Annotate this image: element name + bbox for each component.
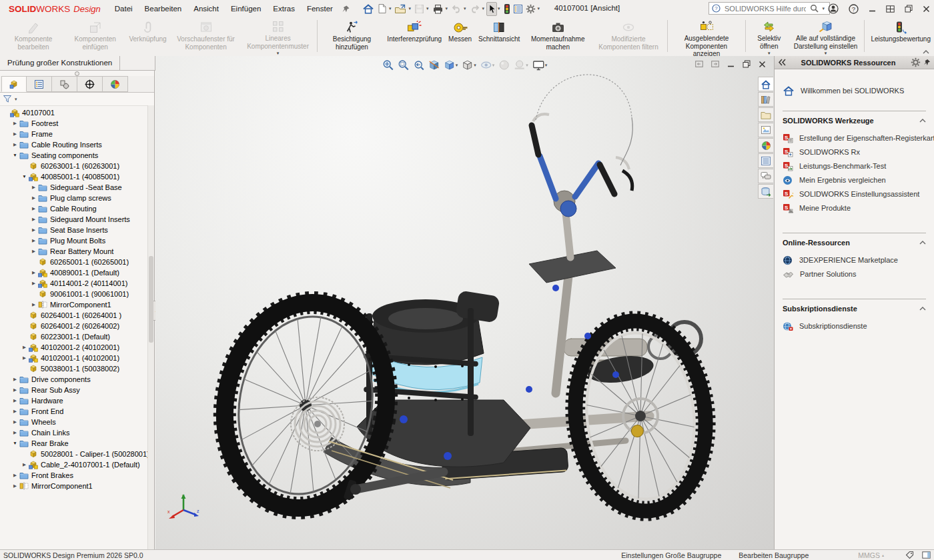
new-document-caret[interactable]: ▾ bbox=[389, 6, 392, 11]
configurationmanager-tab[interactable] bbox=[52, 76, 77, 92]
tree-row[interactable]: 60264001-1 (60264001 ) bbox=[0, 310, 148, 321]
tree-expand-arrow[interactable]: ▶ bbox=[21, 353, 28, 363]
home-tab-tab[interactable] bbox=[758, 77, 773, 91]
home-button[interactable] bbox=[361, 1, 376, 16]
taskpane-link[interactable]: SMeine Produkte bbox=[783, 201, 926, 215]
welcome-link[interactable]: Willkommen bei SOLIDWORKS bbox=[783, 85, 926, 96]
tree-row[interactable]: ▶Front Brakes bbox=[0, 470, 148, 481]
pin-toolbar-icon[interactable] bbox=[342, 5, 350, 13]
dropdown-caret[interactable]: ▾ bbox=[825, 51, 827, 56]
zoom-to-area-button[interactable] bbox=[397, 59, 410, 71]
section-header-solidworks-werkzeuge[interactable]: SOLIDWORKS Werkzeuge bbox=[783, 117, 926, 125]
tree-expand-arrow[interactable]: ▶ bbox=[30, 203, 37, 214]
dropdown-caret[interactable]: ▾ bbox=[545, 63, 548, 68]
doc-pane-left-icon[interactable] bbox=[695, 61, 703, 67]
panel-splitter-grip[interactable] bbox=[0, 71, 154, 76]
tree-row[interactable]: 60263001-1 (60263001) bbox=[0, 161, 148, 171]
ribbon-interferenzprüfung-button[interactable]: Interferenzprüfung bbox=[384, 17, 445, 55]
tree-expand-arrow[interactable]: ▶ bbox=[11, 470, 19, 481]
dimxpert-tab[interactable] bbox=[77, 76, 103, 92]
chevron-up-icon[interactable] bbox=[919, 119, 926, 123]
display-style-button[interactable]: ▾ bbox=[461, 59, 477, 71]
restore-icon[interactable] bbox=[905, 5, 913, 13]
tree-row[interactable]: ▶Footrest bbox=[0, 118, 148, 129]
dropdown-caret[interactable]: ▾ bbox=[456, 63, 458, 68]
tree-expand-arrow[interactable]: ▶ bbox=[11, 139, 19, 150]
search-dropdown-caret[interactable]: ▾ bbox=[822, 6, 825, 11]
ribbon-ausgeblendete-komponenten-anzeigen-button[interactable]: Ausgeblendete Komponenten anzeigen bbox=[670, 17, 743, 55]
tree-expand-arrow[interactable]: ▶ bbox=[11, 427, 19, 438]
tree-expand-arrow[interactable]: ▶ bbox=[30, 278, 37, 289]
menu-einfgen[interactable]: Einfügen bbox=[225, 1, 267, 16]
tree-row[interactable]: 60223001-1 (Default) bbox=[0, 331, 148, 342]
tree-row[interactable]: 40107001 bbox=[0, 107, 148, 118]
dropdown-caret[interactable]: ▾ bbox=[474, 63, 476, 68]
tree-row[interactable]: ▶Cable_2-40107001-1 (Default) bbox=[0, 459, 148, 470]
tree-row[interactable]: ▶Chain Links bbox=[0, 427, 148, 438]
tree-expand-arrow[interactable]: ▶ bbox=[30, 182, 37, 193]
tree-row[interactable]: ▶40102001-1 (40102001) bbox=[0, 353, 148, 363]
tree-expand-arrow[interactable]: ▶ bbox=[30, 267, 37, 278]
tree-expand-arrow[interactable]: ▼ bbox=[11, 438, 19, 449]
panel-toggle-icon[interactable] bbox=[922, 551, 931, 559]
taskpane-link[interactable]: SLeistungs-Benchmark-Test bbox=[783, 159, 926, 173]
tree-row[interactable]: ▶Plug Mount Bolts bbox=[0, 235, 148, 246]
search-input[interactable] bbox=[723, 4, 807, 13]
tree-row[interactable]: 50028001 - Caliper-1 (50028001) bbox=[0, 449, 148, 459]
menu-datei[interactable]: Datei bbox=[109, 1, 139, 16]
ribbon-collapse-chevron-icon[interactable] bbox=[923, 50, 929, 54]
tree-expand-arrow[interactable]: ▶ bbox=[11, 385, 19, 395]
menu-bearbeiten[interactable]: Bearbeiten bbox=[139, 1, 188, 16]
tag-icon[interactable] bbox=[905, 551, 914, 559]
previous-view-button[interactable] bbox=[412, 59, 425, 71]
new-document-button[interactable] bbox=[376, 1, 388, 16]
settings-gear-icon[interactable] bbox=[911, 57, 921, 67]
filter-funnel-icon[interactable] bbox=[3, 95, 13, 103]
help-icon[interactable]: ? bbox=[849, 4, 859, 14]
help-search-box[interactable]: ? ▾ bbox=[709, 2, 830, 15]
options-list-button[interactable] bbox=[512, 2, 524, 16]
dropdown-caret[interactable]: ▾ bbox=[768, 51, 771, 56]
pin-icon[interactable] bbox=[923, 59, 931, 66]
taskpane-link[interactable]: Mein Ergebnis vergleichen bbox=[783, 173, 926, 187]
open-button[interactable] bbox=[393, 2, 408, 16]
menu-fenster[interactable]: Fenster bbox=[301, 1, 339, 16]
print-button[interactable] bbox=[431, 2, 445, 16]
taskpane-link[interactable]: Subskriptionsdienste bbox=[783, 319, 926, 333]
ribbon-alle-auf-vollständige-darstellung-einstellen-button[interactable]: Alle auf vollständige Darstellung einste… bbox=[789, 17, 861, 55]
unit-system[interactable]: MMGS bbox=[858, 551, 880, 559]
tree-expand-arrow[interactable]: ▶ bbox=[11, 129, 19, 139]
select-cursor-button[interactable] bbox=[486, 2, 497, 16]
tree-row[interactable]: ▶Cable Routing Inserts bbox=[0, 139, 148, 150]
chevrons-left-icon[interactable] bbox=[778, 59, 786, 66]
rebuild-button[interactable] bbox=[502, 1, 512, 17]
tree-row[interactable]: 60264001-2 (60264002) bbox=[0, 321, 148, 331]
tree-row[interactable]: ▶40114001-2 (40114001) bbox=[0, 278, 148, 289]
tree-row[interactable]: ▶Plug clamp screws bbox=[0, 193, 148, 203]
tree-row[interactable]: 90061001-1 (90061001) bbox=[0, 289, 148, 299]
tree-expand-arrow[interactable]: ▶ bbox=[21, 459, 28, 470]
tree-expand-arrow[interactable]: ▶ bbox=[11, 374, 19, 385]
tree-row[interactable]: ▶MirrorComponent1 bbox=[0, 299, 148, 310]
tree-expand-arrow[interactable]: ▶ bbox=[11, 406, 19, 417]
tree-row[interactable]: ▶40102001-2 (40102001) bbox=[0, 342, 148, 353]
minimize-icon[interactable] bbox=[869, 5, 876, 13]
tree-row[interactable]: ▶Wheels bbox=[0, 417, 148, 427]
print-caret[interactable]: ▾ bbox=[446, 6, 448, 11]
tree-row[interactable]: ▼Seating components bbox=[0, 150, 148, 161]
tree-row[interactable]: ▼Rear Brake bbox=[0, 438, 148, 449]
design-library-tab[interactable] bbox=[758, 92, 773, 107]
section-header-subskriptionsdienste[interactable]: Subskriptionsdienste bbox=[783, 305, 926, 313]
filter-dropdown-caret[interactable]: ▾ bbox=[15, 97, 17, 102]
tree-scrollbar[interactable] bbox=[147, 105, 154, 549]
tree-filter-bar[interactable]: ▾ bbox=[0, 93, 154, 106]
tree-row[interactable]: ▶Sideguard -Seat Base bbox=[0, 182, 148, 193]
tree-row[interactable]: ▶Hardware bbox=[0, 395, 148, 406]
tree-row[interactable]: ▶Cable Routing bbox=[0, 203, 148, 214]
ribbon-momentaufnahme-machen-button[interactable]: Momentaufnahme machen bbox=[523, 17, 592, 55]
tree-row[interactable]: ▶Sideguard Mount Inserts bbox=[0, 214, 148, 225]
chevron-up-icon[interactable] bbox=[919, 307, 926, 311]
propertymanager-tab[interactable] bbox=[27, 76, 52, 92]
tree-expand-arrow[interactable]: ▶ bbox=[11, 395, 19, 406]
tree-expand-arrow[interactable]: ▶ bbox=[30, 214, 37, 225]
